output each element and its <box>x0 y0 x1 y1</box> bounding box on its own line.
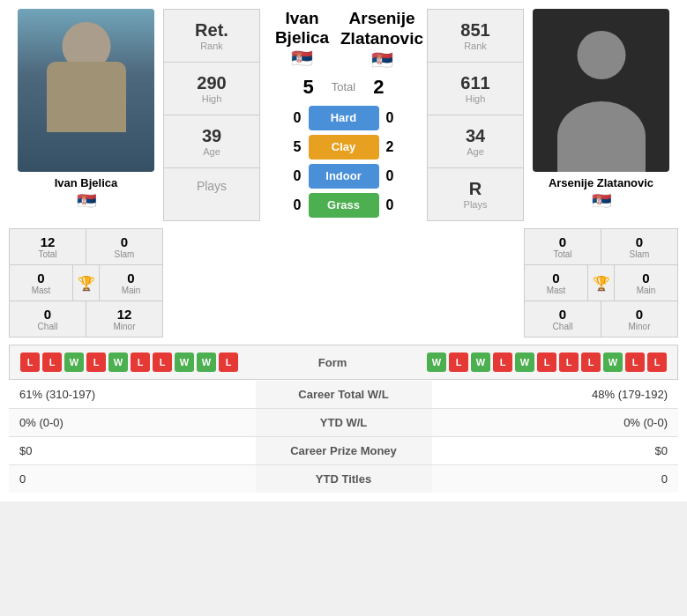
hard-right-score: 0 <box>386 110 404 126</box>
surface-row-indoor: 0 Indoor 0 <box>284 164 404 189</box>
right-minor-cell: 0 Minor <box>601 301 677 337</box>
right-high-label: High <box>466 93 486 104</box>
surface-row-clay: 5 Clay 2 <box>284 135 404 160</box>
right-player-name: Arsenije Zlatanovic <box>549 176 653 189</box>
right-age-value: 34 <box>466 126 485 146</box>
form-badge: W <box>427 353 446 372</box>
left-rank-value: Ret. <box>195 20 228 41</box>
right-player-photo <box>533 9 669 172</box>
left-main-val: 0 <box>127 271 134 286</box>
left-high-value: 290 <box>197 73 226 93</box>
form-badge: L <box>493 353 512 372</box>
form-badge: L <box>42 353 62 372</box>
left-detailed-stats: 12 Total 0 Slam 0 Mast 🏆 <box>9 228 163 338</box>
right-player-flag: 🇷🇸 <box>592 191 611 211</box>
form-section: LLWLWLLWWL Form WLWLWLLLWLL <box>9 345 678 380</box>
right-slam-cell: 0 Slam <box>601 229 677 264</box>
left-slam-cell: 0 Slam <box>86 229 162 264</box>
right-detailed-stats: 0 Total 0 Slam 0 Mast 🏆 <box>524 228 678 338</box>
right-chall-val: 0 <box>559 307 566 322</box>
main-container: Ivan Bjelica 🇷🇸 Ret. Rank 290 High 39 Ag… <box>0 0 687 501</box>
right-age-label: Age <box>467 146 484 157</box>
right-stat-age: 34 Age <box>428 115 523 168</box>
right-mast-cell: 0 Mast <box>525 265 588 301</box>
form-badge: W <box>175 353 194 372</box>
clay-button[interactable]: Clay <box>309 135 379 160</box>
left-player-photo <box>18 9 154 172</box>
right-rank-value: 851 <box>460 20 489 41</box>
form-badge: W <box>471 353 490 372</box>
right-stat-plays: R Plays <box>428 168 523 220</box>
right-slam-lbl: Slam <box>630 249 650 259</box>
form-badge: L <box>20 353 40 372</box>
form-badge: L <box>559 353 579 372</box>
right-main-cell: 0 Main <box>615 265 677 301</box>
right-total-cell: 0 Total <box>525 229 601 264</box>
form-badge: W <box>108 353 128 372</box>
trophy-cell-left: 🏆 <box>73 265 100 301</box>
stats-row-3: 0 YTD Titles 0 <box>9 465 678 493</box>
form-badge: W <box>197 353 216 372</box>
prize-label: Career Prize Money <box>256 437 432 464</box>
left-ytd-titles: 0 <box>9 465 256 493</box>
right-mast-lbl: Mast <box>547 286 566 295</box>
left-slam-lbl: Slam <box>115 249 135 259</box>
left-stats-box: Ret. Rank 290 High 39 Age Plays <box>163 9 260 221</box>
left-player-flag: 🇷🇸 <box>77 191 96 211</box>
trophy-cell-right: 🏆 <box>588 265 615 301</box>
right-prize: $0 <box>432 437 679 464</box>
indoor-right-score: 0 <box>386 168 404 184</box>
right-career-wl: 48% (179-192) <box>432 381 679 408</box>
right-total-val: 0 <box>559 234 566 249</box>
left-ytd-wl: 0% (0-0) <box>9 409 256 436</box>
right-mast-val: 0 <box>552 271 559 286</box>
stats-row-0: 61% (310-197) Career Total W/L 48% (179-… <box>9 381 678 409</box>
right-minor-lbl: Minor <box>628 322 650 331</box>
left-player-name: Ivan Bjelica <box>55 176 118 189</box>
total-right: 2 <box>373 76 384 99</box>
right-minor-val: 0 <box>636 307 643 322</box>
left-stat-plays: Plays <box>164 168 259 220</box>
left-age-value: 39 <box>202 126 221 146</box>
form-badge: L <box>86 353 106 372</box>
left-minor-cell: 12 Minor <box>86 301 162 337</box>
grass-right-score: 0 <box>386 197 404 213</box>
right-main-lbl: Main <box>637 286 656 295</box>
left-slam-val: 0 <box>121 234 128 249</box>
right-chall-lbl: Chall <box>553 322 573 331</box>
left-rank-label: Rank <box>200 41 223 51</box>
form-badge: L <box>625 353 645 372</box>
left-mast-cell: 0 Mast <box>10 265 73 301</box>
right-plays-label: Plays <box>464 199 488 210</box>
left-total-val: 12 <box>41 234 56 249</box>
left-total-lbl: Total <box>38 249 56 259</box>
right-ytd-wl: 0% (0-0) <box>432 409 679 436</box>
left-total-cell: 12 Total <box>10 229 86 264</box>
form-badge: L <box>449 353 468 372</box>
left-high-label: High <box>202 93 222 104</box>
form-badge: L <box>537 353 556 372</box>
left-plays-label: Plays <box>197 179 227 193</box>
right-form-badges: WLWLWLLLWLL <box>427 353 667 372</box>
right-plays-value: R <box>469 179 482 199</box>
clay-right-score: 2 <box>386 139 404 155</box>
left-chall-cell: 0 Chall <box>10 301 86 337</box>
left-mast-lbl: Mast <box>32 286 51 295</box>
left-mast-val: 0 <box>37 271 44 286</box>
left-player-section: Ivan Bjelica 🇷🇸 <box>9 9 163 221</box>
grass-button[interactable]: Grass <box>309 193 379 218</box>
right-total-lbl: Total <box>553 249 571 259</box>
form-badge: L <box>131 353 150 372</box>
center-match-section: Ivan Bjelica 🇷🇸 Arsenije Zlatanovic 🇷🇸 5… <box>260 9 427 221</box>
right-player-name-top: Arsenije Zlatanovic 🇷🇸 <box>340 9 423 71</box>
stats-row-2: $0 Career Prize Money $0 <box>9 437 678 465</box>
left-prize: $0 <box>9 437 256 464</box>
indoor-button[interactable]: Indoor <box>309 164 379 189</box>
stats-table: 61% (310-197) Career Total W/L 48% (179-… <box>9 381 678 493</box>
right-main-val: 0 <box>642 271 649 286</box>
left-minor-val: 12 <box>117 307 132 322</box>
hard-button[interactable]: Hard <box>309 106 379 130</box>
left-stat-high: 290 High <box>164 63 259 115</box>
total-row: 5 Total 2 <box>303 76 385 99</box>
form-label: Form <box>318 356 347 369</box>
